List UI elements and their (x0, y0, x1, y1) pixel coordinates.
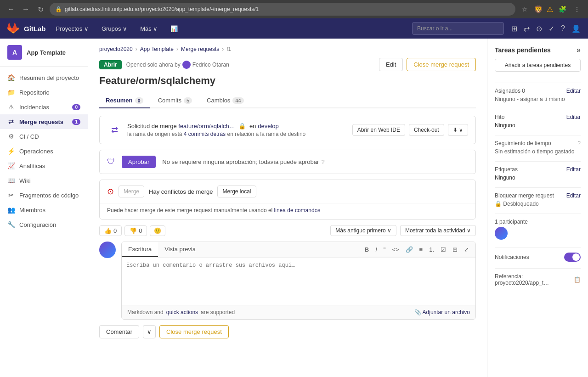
approve-button[interactable]: Aprobar (122, 156, 156, 168)
divider-3 (495, 135, 581, 135)
sidebar-item-miembros[interactable]: 👥 Miembros (0, 203, 88, 217)
fullscreen-button[interactable]: ⤢ (462, 245, 471, 254)
warning-icon[interactable]: ⚠ (547, 5, 553, 14)
tab-cambios[interactable]: Cambios 44 (200, 93, 250, 108)
approve-help-icon[interactable]: ? (321, 158, 324, 165)
close-merge-button-bottom[interactable]: Close merge request (159, 325, 229, 338)
help-icon[interactable]: ? (561, 24, 565, 33)
emoji-button[interactable]: 🙂 (150, 225, 165, 236)
add-task-button[interactable]: Añadir a tareas pendientes (495, 59, 581, 72)
tab-commits-count: 5 (184, 97, 192, 104)
todo-icon[interactable]: ✓ (548, 24, 554, 33)
gitlab-title: GitLab (24, 25, 46, 33)
from-branch-link[interactable]: feature/orm/sqlalch… (178, 123, 235, 129)
sidebar-item-resumen[interactable]: 🏠 Resumen del proyecto (0, 70, 88, 85)
web-ide-button[interactable]: Abrir en Web IDE (352, 124, 405, 136)
back-button[interactable]: ← (6, 4, 17, 15)
breadcrumb-proyecto[interactable]: proyecto2020 (99, 46, 133, 52)
breadcrumb-merge-requests[interactable]: Merge requests (181, 46, 219, 52)
comentar-dropdown-button[interactable]: ∨ (143, 325, 156, 338)
expand-icon[interactable]: » (577, 46, 581, 54)
comment-section: Escritura Vista previa B I " <> 🔗 ≡ 1. ☑… (99, 242, 476, 320)
breadcrumb-mr-id: !1 (226, 46, 231, 52)
merge-local-button[interactable]: Merge local (217, 186, 256, 197)
comentar-button[interactable]: Comentar (99, 325, 139, 338)
comment-textarea[interactable] (122, 258, 475, 304)
forward-button[interactable]: → (20, 4, 31, 15)
menu-button[interactable]: ⋮ (571, 4, 582, 15)
checklist-button[interactable]: ☑ (439, 245, 448, 254)
participantes-title: 1 participante (495, 219, 528, 225)
tab-preview[interactable]: Vista previa (158, 242, 202, 257)
italic-button[interactable]: I (373, 245, 379, 254)
sidebar-item-fragmentos[interactable]: ✂ Fragmentos de código (0, 188, 88, 203)
tab-commits[interactable]: Commits 5 (152, 93, 198, 108)
nav-proyectos[interactable]: Proyectos ∨ (53, 23, 91, 34)
quick-actions-link[interactable]: quick actions (166, 309, 198, 315)
merge-requests-icon[interactable]: ⇄ (524, 24, 530, 33)
markdown-text: Markdown and (127, 309, 164, 315)
copy-reference-icon[interactable]: 📋 (574, 276, 581, 283)
attach-file-link[interactable]: 📎 Adjuntar un archivo (414, 309, 470, 315)
sort-dropdown[interactable]: Más antiguo primero ∨ (330, 225, 396, 236)
nav-grupos[interactable]: Grupos ∨ (99, 23, 130, 34)
code-button[interactable]: <> (390, 245, 401, 254)
tab-resumen[interactable]: Resumen 0 (99, 93, 150, 108)
commits-behind-link[interactable]: 4 commits detrás (184, 131, 227, 137)
merge-button[interactable]: Merge (119, 186, 144, 197)
sidebar-item-incidencias[interactable]: ⚠ Incidencias 0 (0, 100, 88, 114)
bloquear-edit[interactable]: Editar (566, 192, 581, 199)
divider-6 (495, 214, 581, 214)
tab-write[interactable]: Escritura (122, 242, 158, 257)
bold-button[interactable]: B (363, 245, 371, 254)
header-icons: ⊞ ⇄ ⊙ ✓ ? 👤 (511, 24, 581, 33)
quote-button[interactable]: " (382, 245, 388, 254)
global-search[interactable]: Buscar o ir a... (412, 22, 504, 35)
asignados-edit[interactable]: Editar (566, 88, 581, 94)
sidebar-item-analiticas[interactable]: 📈 Analíticas (0, 158, 88, 173)
download-button[interactable]: ⬇ ∨ (448, 124, 468, 136)
thumbs-down-button[interactable]: 👎 0 (124, 225, 147, 236)
nav-mas[interactable]: Más ∨ (137, 23, 160, 34)
close-merge-button-top[interactable]: Close merge request (407, 58, 476, 71)
sidebar-project[interactable]: A App Template (0, 39, 88, 67)
etiquetas-edit[interactable]: Editar (566, 166, 581, 173)
checkout-button[interactable]: Check-out (409, 124, 444, 136)
lock-status-text: Desbloqueado (503, 201, 538, 207)
divider-8 (495, 268, 581, 269)
hito-edit[interactable]: Editar (566, 114, 581, 120)
to-branch-link[interactable]: develop (258, 123, 279, 129)
ul-button[interactable]: ≡ (418, 245, 425, 254)
new-item-icon[interactable]: ⊞ (511, 24, 517, 33)
divider-1 (495, 83, 581, 83)
brave-icon[interactable]: 🦁 (534, 5, 543, 14)
issues-icon[interactable]: ⊙ (536, 24, 542, 33)
breadcrumb-app-template[interactable]: App Template (140, 46, 174, 52)
divider-4 (495, 161, 581, 162)
user-avatar-icon[interactable]: 👤 (571, 24, 581, 33)
extension-button[interactable]: 🧩 (557, 4, 568, 15)
command-line-link[interactable]: linea de comandos (274, 207, 321, 214)
thumbs-up-button[interactable]: 👍 0 (99, 225, 122, 236)
edit-button[interactable]: Edit (379, 58, 403, 71)
nav-analytics[interactable]: 📊 (168, 23, 181, 34)
gitlab-logo[interactable]: GitLab (7, 22, 46, 35)
sidebar-nav: 🏠 Resumen del proyecto 📁 Repositorio ⚠ I… (0, 67, 88, 236)
address-bar[interactable]: 🔒 gitlab.catedras.linti.unlp.edu.ar/proy… (50, 3, 515, 16)
ol-button[interactable]: 1. (427, 245, 436, 254)
bookmark-button[interactable]: ☆ (519, 4, 530, 15)
link-button[interactable]: 🔗 (404, 245, 415, 254)
seguimiento-help-icon[interactable]: ? (577, 140, 581, 146)
activity-filter-dropdown[interactable]: Mostrar toda la actividad ∨ (400, 225, 476, 236)
bloquear-header: Bloquear merge request Editar (495, 192, 581, 199)
sidebar-item-merge-requests[interactable]: ⇄ Merge requests 1 (0, 114, 88, 129)
sidebar-item-wiki[interactable]: 📖 Wiki (0, 173, 88, 188)
notifications-toggle[interactable] (564, 253, 581, 262)
sidebar-item-repositorio[interactable]: 📁 Repositorio (0, 85, 88, 100)
table-button[interactable]: ⊞ (451, 245, 459, 254)
sidebar-item-cicd[interactable]: ⚙ CI / CD (0, 129, 88, 144)
sidebar-item-configuracion[interactable]: 🔧 Configuración (0, 217, 88, 232)
reload-button[interactable]: ↻ (35, 4, 46, 15)
into-label: en (249, 123, 258, 129)
sidebar-item-operaciones[interactable]: ⚡ Operaciones (0, 144, 88, 158)
